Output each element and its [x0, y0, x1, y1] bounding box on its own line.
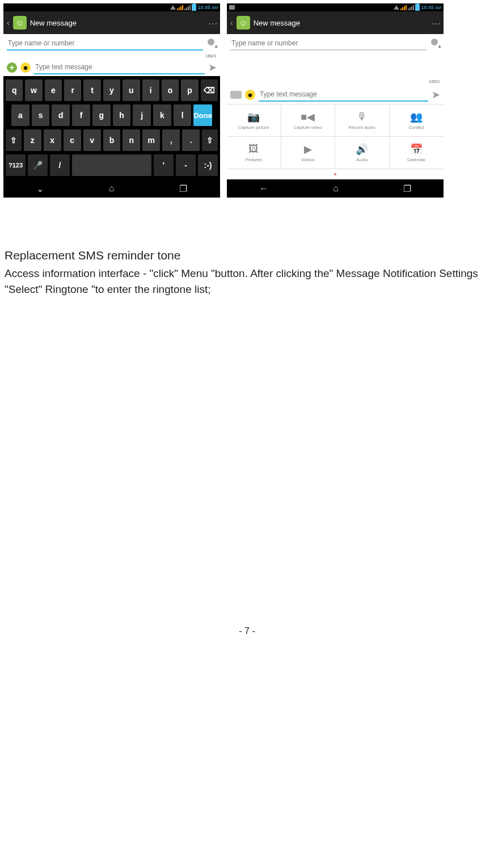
- recipient-input[interactable]: [7, 37, 203, 51]
- attach-record-audio[interactable]: 🎙 Record audio: [335, 104, 390, 137]
- key-w[interactable]: w: [25, 79, 42, 101]
- key-n[interactable]: n: [123, 129, 140, 151]
- nav-back-icon[interactable]: ←: [259, 183, 268, 194]
- keyboard-icon[interactable]: [230, 91, 242, 99]
- section-heading: Replacement SMS reminder tone: [5, 249, 489, 262]
- attach-label: Contact: [408, 125, 424, 130]
- send-button[interactable]: ➤: [432, 89, 440, 101]
- nav-recent-icon[interactable]: ❐: [403, 183, 411, 194]
- message-input[interactable]: [259, 88, 428, 102]
- key-p[interactable]: p: [181, 79, 198, 101]
- add-contact-icon[interactable]: [206, 39, 217, 49]
- key-e[interactable]: e: [45, 79, 62, 101]
- attach-label: Videos: [301, 157, 315, 162]
- message-input[interactable]: [34, 61, 205, 74]
- screenshot-left: 10:45 AM ‹ ☺ New message ⋮ 160/1 + ☻ ➤: [3, 3, 220, 198]
- back-icon[interactable]: ‹: [7, 18, 10, 27]
- key-numbers[interactable]: ?123: [6, 154, 26, 176]
- key-smile[interactable]: :-): [198, 154, 218, 176]
- key-r[interactable]: r: [64, 79, 81, 101]
- battery-icon: [192, 4, 196, 11]
- attach-pictures[interactable]: 🖼 Pictures: [227, 137, 281, 169]
- attach-label: Capture picture: [238, 125, 269, 130]
- key-m[interactable]: m: [142, 129, 160, 151]
- emoji-button[interactable]: ☻: [245, 90, 255, 100]
- key-slash[interactable]: /: [50, 154, 70, 176]
- key-j[interactable]: j: [133, 104, 151, 126]
- attach-audio[interactable]: 🔊 Audio: [335, 137, 390, 169]
- key-comma[interactable]: ,: [162, 129, 180, 151]
- attachment-grid: 📷 Capture picture ■◀ Capture video 🎙 Rec…: [227, 104, 444, 169]
- add-contact-icon[interactable]: [430, 39, 440, 49]
- attach-contact[interactable]: 👥 Contact: [390, 104, 444, 137]
- mic-icon: 🎙: [355, 111, 369, 123]
- recipient-input[interactable]: [230, 37, 427, 51]
- compose-row: + ☻ ➤: [3, 59, 220, 76]
- send-button[interactable]: ➤: [208, 61, 217, 74]
- section-paragraph: Access information interface - "click" M…: [5, 266, 489, 297]
- key-v[interactable]: v: [83, 129, 101, 151]
- key-apostrophe[interactable]: ': [154, 154, 174, 176]
- attach-calendar[interactable]: 📅 Calendar: [390, 137, 444, 169]
- key-i[interactable]: i: [142, 79, 159, 101]
- app-header: ‹ ☺ New message ⋮: [227, 11, 444, 34]
- status-time: 10:45 AM: [421, 5, 441, 10]
- key-s[interactable]: s: [32, 104, 50, 126]
- key-space[interactable]: [72, 154, 151, 176]
- key-done[interactable]: Done: [193, 104, 212, 126]
- signal-icon-2: [408, 5, 414, 10]
- attach-capture-picture[interactable]: 📷 Capture picture: [227, 104, 281, 137]
- key-g[interactable]: g: [92, 104, 111, 126]
- key-q[interactable]: q: [6, 79, 23, 101]
- nav-recent-icon[interactable]: ❐: [179, 183, 187, 194]
- key-o[interactable]: o: [162, 79, 179, 101]
- app-icon: ☺: [237, 16, 250, 30]
- attach-label: Calendar: [407, 157, 425, 162]
- nav-home-icon[interactable]: ⌂: [109, 183, 115, 194]
- recipient-row: [227, 34, 444, 53]
- signal-icon: [177, 5, 183, 10]
- attach-label: Capture video: [294, 125, 322, 130]
- emoji-button[interactable]: ☻: [20, 62, 31, 73]
- key-t[interactable]: t: [83, 79, 100, 101]
- key-x[interactable]: x: [44, 129, 61, 151]
- header-title: New message: [254, 19, 429, 27]
- key-b[interactable]: b: [103, 129, 121, 151]
- calendar-icon: 📅: [409, 144, 423, 155]
- key-c[interactable]: c: [64, 129, 81, 151]
- status-time: 10:45 AM: [197, 5, 218, 10]
- key-k[interactable]: k: [153, 104, 171, 126]
- key-mic[interactable]: 🎤: [28, 154, 48, 176]
- attach-capture-video[interactable]: ■◀ Capture video: [281, 104, 336, 137]
- key-a[interactable]: a: [11, 104, 29, 126]
- signal-icon-2: [184, 5, 191, 10]
- attach-videos[interactable]: ▶ Videos: [281, 137, 336, 169]
- key-f[interactable]: f: [72, 104, 90, 126]
- key-period[interactable]: .: [182, 129, 200, 151]
- menu-button[interactable]: ⋮: [431, 19, 442, 27]
- signal-icon: [400, 5, 407, 10]
- key-z[interactable]: z: [24, 129, 41, 151]
- key-d[interactable]: d: [52, 104, 70, 126]
- menu-button[interactable]: ⋮: [208, 19, 218, 27]
- attach-label: Audio: [356, 157, 368, 162]
- battery-icon: [415, 4, 420, 11]
- recipient-row: [3, 34, 220, 53]
- key-u[interactable]: u: [123, 79, 140, 101]
- key-y[interactable]: y: [103, 79, 120, 101]
- key-h[interactable]: h: [113, 104, 131, 126]
- back-icon[interactable]: ‹: [230, 18, 233, 27]
- nav-back-icon[interactable]: ⌄: [36, 183, 44, 194]
- wifi-icon: [170, 5, 176, 10]
- attach-button[interactable]: +: [7, 62, 17, 73]
- header-title: New message: [30, 19, 205, 27]
- nav-home-icon[interactable]: ⌂: [333, 183, 339, 194]
- key-shift-left[interactable]: ⇧: [6, 129, 22, 151]
- key-l[interactable]: l: [174, 104, 192, 126]
- status-bar: 10:45 AM: [3, 3, 220, 11]
- attach-label: Record audio: [348, 125, 375, 130]
- key-shift-right[interactable]: ⇧: [202, 129, 218, 151]
- key-backspace[interactable]: ⌫: [201, 79, 218, 101]
- screenshot-right: 10:45 AM ‹ ☺ New message ⋮ 160/1 ☻ ➤: [227, 3, 444, 198]
- key-dash[interactable]: -: [176, 154, 196, 176]
